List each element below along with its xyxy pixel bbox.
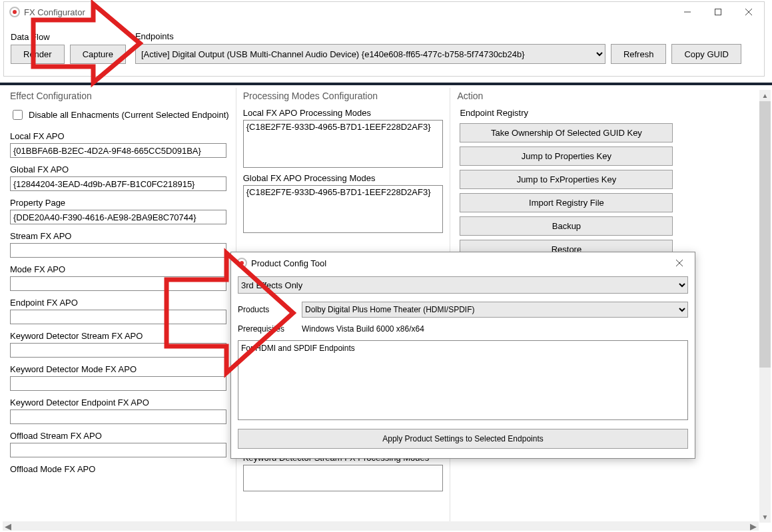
global-fx-apo-label: Global FX APO (10, 164, 230, 174)
local-fx-apo-label: Local FX APO (10, 131, 230, 141)
kwd-stream-proc-modes-input[interactable] (243, 465, 443, 491)
global-proc-modes-label: Global FX APO Processing Modes (243, 173, 445, 183)
effect-config-heading: Effect Configuration (9, 91, 230, 101)
endpoint-fx-apo-label: Endpoint FX APO (10, 298, 230, 308)
disable-enhancements-checkbox[interactable]: Disable all Enhacments (Current Selected… (10, 108, 230, 122)
prerequisites-label: Prerequisites (238, 324, 288, 334)
stream-fx-apo-label: Stream FX APO (10, 231, 230, 241)
kwd-stream-fx-apo-label: Keyword Detector Stream FX APO (10, 331, 230, 341)
import-registry-button[interactable]: Import Registry File (460, 193, 673, 212)
jump-fxproperties-button[interactable]: Jump to FxProperties Key (460, 170, 673, 189)
disable-enhancements-input[interactable] (13, 110, 23, 120)
minimize-button[interactable] (672, 2, 703, 22)
products-select[interactable]: Dolby Digital Plus Home Theater (HDMI/SP… (302, 302, 688, 318)
take-ownership-button[interactable]: Take Ownership Of Selected GUID Key (460, 123, 673, 142)
maximize-button[interactable] (703, 2, 733, 22)
scroll-left-icon[interactable]: ◀ (5, 521, 11, 531)
modal-title: Product Config Tool (251, 258, 326, 268)
global-fx-apo-input[interactable] (10, 176, 226, 191)
window-title: FX Configurator (24, 7, 85, 17)
kwd-mode-fx-apo-input[interactable] (10, 376, 226, 391)
stream-fx-apo-input[interactable] (10, 243, 226, 258)
product-description[interactable]: For HDMI and SPDIF Endpoints (238, 340, 688, 420)
local-proc-modes-input[interactable]: {C18E2F7E-933D-4965-B7D1-1EEF228D2AF3} (243, 120, 443, 168)
prerequisites-value: Windows Vista Build 6000 x86/x64 (302, 324, 424, 334)
render-button[interactable]: Render (11, 45, 65, 64)
kwd-endpoint-fx-apo-input[interactable] (10, 409, 226, 424)
endpoint-fx-apo-input[interactable] (10, 310, 226, 324)
property-page-input[interactable] (10, 210, 226, 224)
effects-mode-select[interactable]: 3rd Effects Only (238, 276, 688, 294)
products-label: Products (238, 305, 288, 314)
action-heading: Action (456, 91, 764, 101)
scroll-thumb[interactable] (759, 101, 771, 368)
endpoints-select[interactable]: [Active] Digital Output (USB Multi-Chann… (135, 44, 605, 64)
scroll-down-icon[interactable]: ▼ (759, 511, 771, 523)
offload-stream-fx-apo-input[interactable] (10, 443, 226, 457)
endpoints-label: Endpoints (135, 31, 757, 41)
modal-titlebar: Product Config Tool (231, 252, 695, 274)
mode-fx-apo-input[interactable] (10, 276, 226, 291)
kwd-mode-fx-apo-label: Keyword Detector Mode FX APO (10, 364, 230, 374)
copy-guid-button[interactable]: Copy GUID (671, 44, 741, 64)
backup-button[interactable]: Backup (460, 216, 673, 236)
app-icon (9, 7, 20, 17)
svg-rect-1 (715, 9, 721, 15)
endpoint-registry-label: Endpoint Registry (460, 108, 764, 118)
kwd-stream-fx-apo-input[interactable] (10, 343, 226, 358)
main-titlebar: FX Configurator (4, 2, 764, 22)
scroll-up-icon[interactable]: ▲ (759, 90, 771, 101)
proc-modes-heading: Processing Modes Configuration (242, 91, 445, 101)
capture-button[interactable]: Capture (70, 45, 126, 64)
property-page-label: Property Page (10, 198, 230, 208)
data-flow-group: Data Flow Render Capture (11, 32, 126, 64)
toolbar: Data Flow Render Capture Endpoints [Acti… (4, 22, 764, 76)
scroll-right-icon[interactable]: ▶ (750, 521, 757, 531)
horizontal-scrollbar[interactable]: ◀ ▶ (3, 521, 759, 531)
offload-mode-fx-apo-label: Offload Mode FX APO (10, 464, 230, 474)
refresh-button[interactable]: Refresh (611, 44, 667, 64)
modal-app-icon (236, 258, 247, 268)
apply-product-settings-button[interactable]: Apply Product Settings to Selected Endpo… (238, 429, 688, 449)
local-proc-modes-label: Local FX APO Processing Modes (243, 108, 445, 118)
effect-configuration-panel: Effect Configuration Disable all Enhacme… (3, 88, 236, 522)
offload-stream-fx-apo-label: Offload Stream FX APO (10, 431, 230, 441)
data-flow-label: Data Flow (11, 32, 126, 42)
endpoints-group: Endpoints [Active] Digital Output (USB M… (135, 31, 757, 64)
modal-close-button[interactable] (664, 253, 695, 273)
close-button[interactable] (733, 2, 764, 22)
jump-properties-button[interactable]: Jump to Properties Key (460, 146, 673, 166)
mode-fx-apo-label: Mode FX APO (10, 264, 230, 274)
kwd-endpoint-fx-apo-label: Keyword Detector Endpoint FX APO (10, 398, 230, 407)
product-config-tool-window: Product Config Tool 3rd Effects Only Pro… (230, 252, 695, 459)
fx-configurator-window: FX Configurator Data Flow Render Capture… (3, 1, 765, 77)
local-fx-apo-input[interactable] (10, 143, 226, 158)
vertical-scrollbar[interactable]: ▲ ▼ (759, 90, 771, 523)
global-proc-modes-input[interactable]: {C18E2F7E-933D-4965-B7D1-1EEF228D2AF3} (243, 185, 443, 233)
